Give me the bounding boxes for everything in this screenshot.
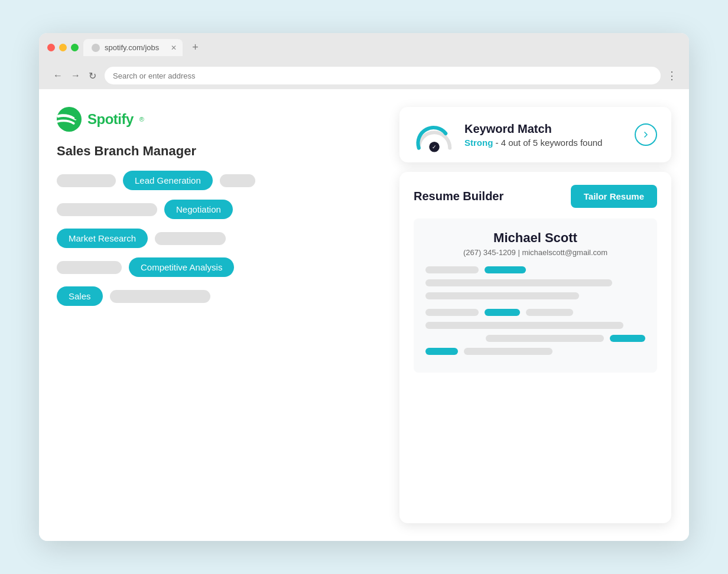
resume-builder-header: Resume Builder Tailor Resume	[414, 185, 657, 208]
svg-point-0	[57, 107, 82, 132]
resume-line-3	[425, 292, 579, 299]
resume-placeholder-3	[486, 335, 604, 342]
resume-placeholder-2b	[526, 309, 573, 316]
back-button[interactable]: ←	[51, 69, 65, 82]
placeholder-bar-5a	[110, 290, 210, 303]
tab-close-icon[interactable]: ✕	[171, 44, 177, 52]
keyword-chip-negotiation[interactable]: Negotiation	[164, 200, 233, 219]
tab-url-text: spotify.com/jobs	[105, 43, 159, 52]
keyword-chip-market-research[interactable]: Market Research	[57, 229, 148, 248]
svg-text:✓: ✓	[432, 144, 437, 150]
resume-placeholder-2	[425, 309, 479, 316]
job-title: Sales Branch Manager	[57, 144, 382, 159]
keyword-match-arrow-button[interactable]	[635, 123, 657, 146]
spotify-trademark: ®	[139, 116, 144, 123]
resume-builder-title: Resume Builder	[414, 190, 503, 203]
keyword-match-description: - 4 out of 5 keywords found	[496, 138, 603, 148]
keyword-match-card: ✓ Keyword Match Strong - 4 out of 5 keyw…	[399, 107, 671, 162]
resume-placeholder-4	[464, 348, 552, 355]
resume-placeholder-1	[425, 266, 479, 273]
close-button[interactable]	[47, 44, 55, 51]
job-panel: Spotify ® Sales Branch Manager Lead Gene…	[57, 107, 382, 523]
resume-teal-bar-2	[485, 309, 520, 316]
resume-line-row-1	[425, 266, 645, 273]
keyword-chip-sales[interactable]: Sales	[57, 286, 103, 306]
title-bar: spotify.com/jobs ✕ +	[47, 39, 681, 56]
traffic-lights	[47, 44, 79, 51]
resume-content: Michael Scott (267) 345-1209 | michaelsc…	[414, 218, 657, 373]
gauge-icon: ✓	[414, 120, 455, 155]
placeholder-bar-2a	[57, 203, 157, 216]
reload-button[interactable]: ↻	[86, 69, 99, 83]
right-panel: ✓ Keyword Match Strong - 4 out of 5 keyw…	[399, 107, 671, 523]
keyword-chip-lead-generation[interactable]: Lead Generation	[123, 171, 213, 190]
tab-favicon	[92, 44, 100, 52]
resume-teal-bar-1	[485, 266, 526, 273]
keyword-match-info: Keyword Match Strong - 4 out of 5 keywor…	[464, 122, 625, 148]
placeholder-bar-3a	[155, 232, 226, 245]
resume-teal-bar-3	[610, 335, 645, 342]
browser-menu-icon[interactable]: ⋮	[667, 69, 677, 82]
browser-tab[interactable]: spotify.com/jobs ✕	[83, 39, 183, 56]
maximize-button[interactable]	[71, 44, 79, 51]
keyword-match-strength: Strong	[464, 138, 493, 148]
resume-person-name: Michael Scott	[425, 230, 645, 246]
placeholder-bar-1a	[57, 174, 116, 187]
keyword-row-5: Sales	[57, 286, 382, 306]
tailor-resume-button[interactable]: Tailor Resume	[571, 185, 657, 208]
nav-buttons: ← → ↻	[51, 69, 99, 83]
forward-button[interactable]: →	[69, 69, 83, 82]
keyword-row-2: Negotiation	[57, 200, 382, 219]
keyword-row-4: Competitive Analysis	[57, 257, 382, 277]
keywords-section: Lead Generation Negotiation Market Resea…	[57, 171, 382, 306]
resume-line-row-2	[425, 309, 645, 316]
spotify-logo-icon	[57, 107, 82, 132]
spotify-logo: Spotify ®	[57, 107, 382, 132]
keyword-chip-competitive-analysis[interactable]: Competitive Analysis	[129, 257, 234, 277]
browser-window: spotify.com/jobs ✕ + ← → ↻ ⋮	[39, 33, 689, 541]
browser-content: Spotify ® Sales Branch Manager Lead Gene…	[39, 89, 689, 541]
minimize-button[interactable]	[59, 44, 67, 51]
address-bar-row: ← → ↻ ⋮	[47, 62, 681, 89]
keyword-match-desc: Strong - 4 out of 5 keywords found	[464, 138, 625, 148]
browser-chrome: spotify.com/jobs ✕ + ← → ↻ ⋮	[39, 33, 689, 89]
resume-builder-card: Resume Builder Tailor Resume Michael Sco…	[399, 172, 671, 523]
keyword-row-3: Market Research	[57, 229, 382, 248]
resume-contact: (267) 345-1209 | michaelscott@gmail.com	[425, 248, 645, 257]
resume-line-row-3	[425, 335, 645, 342]
resume-teal-bar-4	[425, 348, 458, 355]
keyword-match-title: Keyword Match	[464, 122, 625, 136]
address-input[interactable]	[105, 67, 661, 84]
new-tab-button[interactable]: +	[187, 41, 203, 54]
placeholder-bar-4a	[57, 261, 122, 274]
resume-line-row-4	[425, 348, 645, 355]
keyword-row-1: Lead Generation	[57, 171, 382, 190]
gauge-container: ✓	[414, 120, 455, 149]
placeholder-bar-1b	[220, 174, 255, 187]
resume-line-2	[425, 279, 612, 286]
spotify-brand-name: Spotify	[87, 111, 134, 128]
resume-line-4	[425, 322, 623, 329]
